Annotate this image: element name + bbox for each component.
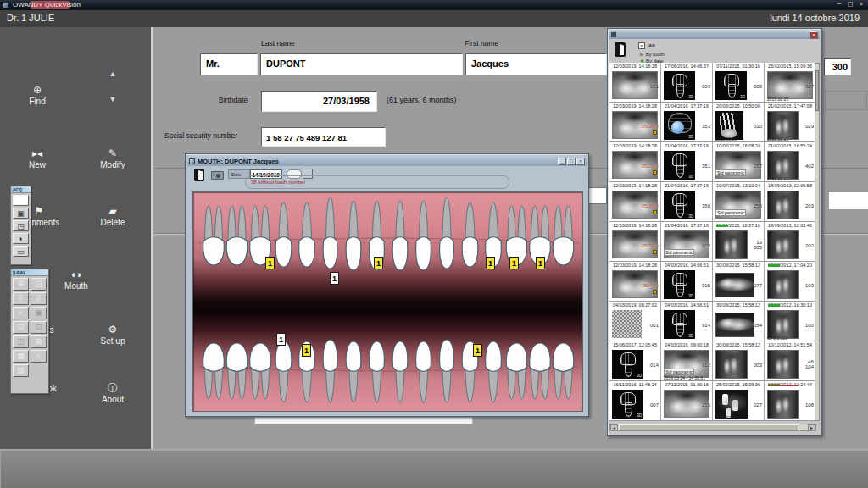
gallery-exit-door-icon[interactable] bbox=[615, 42, 626, 57]
gallery-horizontal-scrollbar[interactable]: ◄ ► bbox=[609, 424, 816, 431]
scroll-up-button[interactable]: ▲ bbox=[105, 69, 120, 78]
thumbnail-image-tooth3d[interactable]: 3D bbox=[612, 390, 643, 419]
close-button[interactable]: × bbox=[856, 1, 866, 7]
xray-arm-button[interactable]: ∂ bbox=[13, 292, 29, 305]
gallery-thumbnail-cell[interactable]: 12/03/2019, 14:18:280506Pv bbox=[609, 182, 661, 222]
gallery-thumbnail-cell[interactable]: 21/04/2016, 17:37:163D353 bbox=[661, 103, 713, 142]
tooth-image-count-marker[interactable]: 1 bbox=[265, 257, 275, 269]
gallery-thumbnail-cell[interactable]: 10/07/2015, 13:10:04256Std panoramic bbox=[713, 182, 765, 222]
gallery-thumbnail-cell[interactable]: 18/09/2013, 12:05:58203 bbox=[765, 182, 816, 222]
thumbnail-image-xray[interactable] bbox=[767, 310, 799, 339]
gallery-thumbnail-cell[interactable]: 12/03/2019, 14:18:280507Pv bbox=[609, 142, 661, 182]
camera-icon[interactable] bbox=[211, 171, 224, 180]
h-scroll-thumb[interactable] bbox=[619, 424, 798, 430]
dental-chart[interactable]: 111111111 bbox=[192, 191, 583, 412]
gallery-thumbnail-cell[interactable]: 15/06/2017, 12:05:453D014 bbox=[609, 341, 661, 381]
delete-film-button[interactable]: × bbox=[13, 307, 29, 319]
mouth-minimize-button[interactable]: ▁ bbox=[558, 158, 566, 165]
gallery-thumbnail-cell[interactable]: 20/05/2015, 10:50:000102015.09.09 bbox=[713, 103, 765, 142]
thumbnail-image-xray[interactable] bbox=[767, 111, 799, 140]
gallery-thumbnail-cell[interactable]: 18/09/2013, 12:03:46202 bbox=[765, 222, 816, 262]
xray-palette-title[interactable]: X-RAY bbox=[11, 269, 48, 276]
gallery-thumbnail-cell[interactable]: 25/02/2015, 15:09:360272015.02.25 bbox=[765, 63, 816, 103]
gallery-thumbnail-cell[interactable]: 30/03/2015, 15:58:12003 bbox=[713, 341, 765, 381]
gallery-thumbnail-cell[interactable]: 12/03/2019, 14:18:28051 bbox=[609, 63, 661, 103]
thumbnail-image-xray[interactable] bbox=[767, 230, 799, 259]
film-grid-button[interactable]: ⊞ bbox=[13, 278, 29, 291]
mouth-mini-button[interactable]: ▭ bbox=[13, 246, 29, 257]
filter-all-checkbox[interactable]: × bbox=[638, 42, 645, 49]
gallery-thumbnail-cell[interactable]: 18/12/2012, 16:30:1010063-8 0.100 bbox=[765, 302, 816, 341]
gallery-thumbnail-cell[interactable]: 24/03/2016, 14:56:513D915 bbox=[661, 262, 713, 302]
thumbnail-image-hand[interactable] bbox=[715, 111, 743, 140]
gallery-close-button[interactable]: × bbox=[810, 31, 818, 39]
tooth-image-count-marker[interactable]: 1 bbox=[486, 257, 495, 269]
exit-door-icon[interactable] bbox=[194, 169, 204, 181]
copy-frames-button[interactable]: ◫ bbox=[13, 336, 29, 348]
gallery-thumbnail-cell[interactable]: 16/11/2016, 11:45:143D007 bbox=[609, 381, 661, 421]
thumbnail-image-tooth3d[interactable]: 3D bbox=[715, 71, 747, 100]
gallery-thumbnail-cell[interactable]: 24/03/2016, 09:00:18912Std panoramic2016… bbox=[661, 341, 713, 381]
gallery-thumbnail-cell[interactable]: 21/02/2015, 16:55:244022015.02.21 bbox=[765, 142, 816, 182]
grid-frames-button[interactable]: ⊞ bbox=[31, 336, 47, 348]
sidebar-item-about[interactable]: ⓘ About bbox=[87, 383, 138, 404]
minimize-button[interactable]: ─ bbox=[834, 1, 844, 7]
sidebar-item-modify[interactable]: ✎ Modify bbox=[87, 148, 138, 169]
gallery-thumbnail-cell[interactable]: 24/03/2016, 14:56:513D914 bbox=[661, 302, 713, 341]
gallery-thumbnail-cell[interactable]: 30/03/2015, 15:58:12054 bbox=[713, 302, 765, 341]
gallery-thumbnail-cell[interactable]: 21/04/2016, 17:37:16002Std panoramic bbox=[661, 222, 713, 262]
gallery-thumbnail-cell[interactable]: 21/02/2015, 17:47:080292015.02.21 bbox=[765, 103, 816, 142]
thumbnail-image-tooth3d[interactable]: 3D bbox=[664, 310, 695, 339]
thumbnail-image-tooth3d[interactable]: 3D bbox=[664, 191, 695, 219]
blank-acquire-button[interactable] bbox=[13, 195, 29, 206]
title-field[interactable]: Mr. bbox=[200, 53, 258, 75]
gallery-titlebar[interactable]: × bbox=[609, 30, 820, 39]
gallery-thumbnail-cell[interactable]: 30/03/2015, 15:58:12077 bbox=[713, 262, 765, 302]
sidebar-item-mouth[interactable]: ◖◗ Mouth bbox=[51, 269, 102, 291]
move-button[interactable]: + bbox=[31, 350, 47, 363]
gallery-thumbnail-cell[interactable]: 18/12/2012, 17:04:20103 bbox=[765, 262, 816, 302]
image-frame-button[interactable]: ▣ bbox=[13, 208, 29, 219]
xray-arm-2-button[interactable]: ∂ bbox=[31, 292, 47, 305]
tooth-image-count-marker[interactable]: 1 bbox=[276, 333, 286, 346]
thumbnail-image-tooth3d[interactable]: 3D bbox=[664, 71, 695, 100]
sidebar-item-new[interactable]: ▸◂ New bbox=[12, 148, 63, 169]
thumbnail-image-tooth3d[interactable]: 3D bbox=[612, 350, 643, 379]
gallery-thumbnail-cell[interactable]: 12/03/2019, 14:18:280504Pv bbox=[609, 262, 661, 302]
gallery-thumbnail-cell[interactable]: 07/11/2015, 01:30:163D008 bbox=[713, 63, 765, 103]
filter-by-tooth[interactable]: ▶By tooth bbox=[640, 51, 665, 57]
swoosh-button[interactable]: ◗ bbox=[13, 233, 29, 244]
thumbnail-image-bitewing[interactable] bbox=[715, 273, 754, 297]
gallery-thumbnail-cell[interactable]: 21/04/2016, 17:37:163D350 bbox=[661, 182, 713, 222]
sidebar-item-setup[interactable]: ⚙ Set up bbox=[87, 324, 138, 346]
gallery-thumbnail-cell[interactable]: 10/07/2015, 16:08:20257Std panoramic bbox=[713, 142, 765, 182]
print-2-button[interactable]: ⊡ bbox=[31, 321, 47, 334]
gallery-thumbnail-cell[interactable]: 12/03/2019, 14:18:280508Pv bbox=[609, 103, 661, 142]
gallery-thumbnail-cell[interactable]: 21/04/2016, 17:37:163D351 bbox=[661, 142, 713, 182]
thumbnail-image-xray[interactable] bbox=[715, 230, 748, 259]
gallery-thumbnail-cell[interactable]: 11/06/2015, 10:37:1613 005 bbox=[713, 222, 765, 262]
scroll-left-arrow[interactable]: ◄ bbox=[610, 424, 618, 430]
thumbnail-image-skull3d[interactable]: 3D bbox=[664, 111, 695, 140]
thumbnail-image-bitewing[interactable] bbox=[715, 313, 754, 337]
thumbnail-image-xray[interactable] bbox=[767, 350, 799, 379]
tooth-image-count-marker[interactable]: 1 bbox=[473, 344, 482, 357]
scroll-down-button[interactable]: ▼ bbox=[105, 95, 120, 103]
birthdate-field[interactable]: 27/03/1958 bbox=[261, 91, 377, 112]
scroll-right-arrow[interactable]: ► bbox=[808, 424, 815, 430]
thumbnail-image-xray[interactable] bbox=[767, 151, 799, 180]
gallery-vertical-scrollbar[interactable] bbox=[815, 63, 820, 421]
thumbnail-image-xray[interactable] bbox=[767, 390, 799, 419]
gallery-thumbnail-cell[interactable]: 25/02/2015, 15:09:360272015.02.25 bbox=[713, 381, 765, 421]
thumbnail-image-xray[interactable] bbox=[715, 350, 748, 379]
first-name-field[interactable]: Jacques bbox=[465, 53, 607, 75]
film-strip-button[interactable]: ▤ bbox=[13, 364, 29, 377]
v-scroll-thumb[interactable] bbox=[815, 70, 819, 111]
thumbnail-image-dither[interactable] bbox=[612, 310, 642, 338]
print-button[interactable]: ⊟ bbox=[13, 321, 29, 334]
gallery-thumbnail-cell[interactable]: 10/12/2012, 13:24:44108 bbox=[765, 381, 816, 421]
tooth-image-count-marker[interactable]: 1 bbox=[374, 257, 383, 269]
thumbnail-image-tooth3d[interactable]: 3D bbox=[664, 270, 695, 299]
gallery-thumbnail-cell[interactable]: 10/12/2012, 14:51:5446 104 bbox=[765, 341, 816, 381]
tooth-image-count-marker[interactable]: 1 bbox=[330, 272, 339, 285]
